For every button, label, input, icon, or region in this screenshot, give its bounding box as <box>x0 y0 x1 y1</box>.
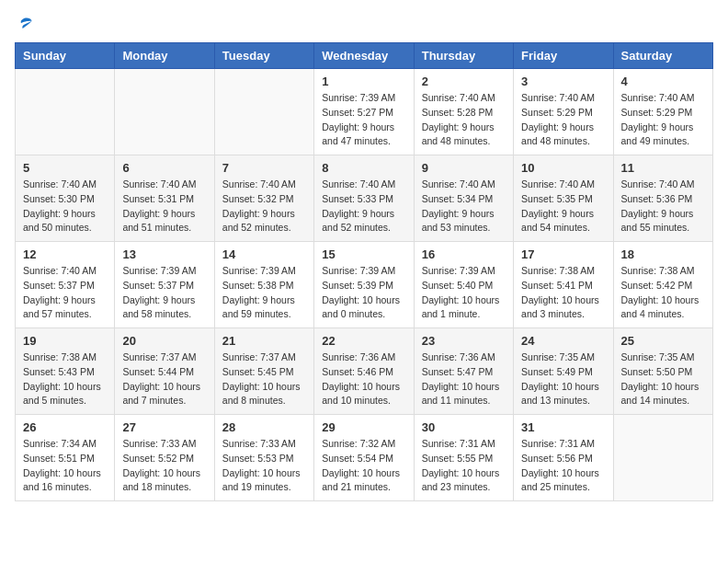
day-info: Sunrise: 7:38 AM Sunset: 5:43 PM Dayligh… <box>23 350 107 408</box>
day-info: Sunrise: 7:37 AM Sunset: 5:45 PM Dayligh… <box>222 350 306 408</box>
day-number: 17 <box>521 247 605 261</box>
day-info: Sunrise: 7:32 AM Sunset: 5:54 PM Dayligh… <box>322 437 405 495</box>
day-info: Sunrise: 7:33 AM Sunset: 5:53 PM Dayligh… <box>222 437 306 495</box>
calendar-day-cell: 13Sunrise: 7:39 AM Sunset: 5:37 PM Dayli… <box>115 242 214 328</box>
day-number: 6 <box>122 161 206 175</box>
day-number: 4 <box>621 75 705 88</box>
calendar-day-cell: 24Sunrise: 7:35 AM Sunset: 5:49 PM Dayli… <box>514 328 613 415</box>
day-info: Sunrise: 7:31 AM Sunset: 5:55 PM Dayligh… <box>422 437 506 495</box>
day-info: Sunrise: 7:38 AM Sunset: 5:42 PM Dayligh… <box>621 264 705 322</box>
day-info: Sunrise: 7:35 AM Sunset: 5:49 PM Dayligh… <box>521 350 605 408</box>
day-number: 26 <box>23 420 107 434</box>
day-number: 25 <box>621 334 705 348</box>
day-info: Sunrise: 7:33 AM Sunset: 5:52 PM Dayligh… <box>122 437 206 495</box>
weekday-header-sunday: Sunday <box>16 43 115 69</box>
calendar-day-cell: 23Sunrise: 7:36 AM Sunset: 5:47 PM Dayli… <box>414 328 513 415</box>
day-info: Sunrise: 7:40 AM Sunset: 5:28 PM Dayligh… <box>422 91 506 149</box>
day-number: 5 <box>23 161 107 175</box>
day-info: Sunrise: 7:39 AM Sunset: 5:27 PM Dayligh… <box>322 91 405 149</box>
day-info: Sunrise: 7:36 AM Sunset: 5:46 PM Dayligh… <box>322 350 405 408</box>
calendar-day-cell: 8Sunrise: 7:40 AM Sunset: 5:33 PM Daylig… <box>314 155 414 242</box>
day-number: 24 <box>521 334 605 348</box>
day-info: Sunrise: 7:40 AM Sunset: 5:31 PM Dayligh… <box>122 178 206 236</box>
day-info: Sunrise: 7:38 AM Sunset: 5:41 PM Dayligh… <box>521 264 605 322</box>
calendar-day-cell: 28Sunrise: 7:33 AM Sunset: 5:53 PM Dayli… <box>214 415 313 501</box>
day-info: Sunrise: 7:39 AM Sunset: 5:37 PM Dayligh… <box>122 264 206 322</box>
day-info: Sunrise: 7:39 AM Sunset: 5:38 PM Dayligh… <box>222 264 306 322</box>
day-number: 16 <box>422 247 506 261</box>
calendar-day-cell: 16Sunrise: 7:39 AM Sunset: 5:40 PM Dayli… <box>414 242 513 328</box>
day-info: Sunrise: 7:40 AM Sunset: 5:33 PM Dayligh… <box>322 178 405 236</box>
day-number: 10 <box>521 161 605 175</box>
calendar-day-cell: 26Sunrise: 7:34 AM Sunset: 5:51 PM Dayli… <box>16 415 115 501</box>
day-info: Sunrise: 7:40 AM Sunset: 5:32 PM Dayligh… <box>222 178 306 236</box>
weekday-header-thursday: Thursday <box>414 43 513 69</box>
day-number: 28 <box>222 420 306 434</box>
weekday-header-wednesday: Wednesday <box>314 43 414 69</box>
calendar-week-row: 26Sunrise: 7:34 AM Sunset: 5:51 PM Dayli… <box>16 415 713 501</box>
day-number: 1 <box>322 75 405 88</box>
calendar-week-row: 12Sunrise: 7:40 AM Sunset: 5:37 PM Dayli… <box>16 242 713 328</box>
empty-cell <box>613 415 712 501</box>
day-number: 31 <box>521 420 605 434</box>
calendar-day-cell: 27Sunrise: 7:33 AM Sunset: 5:52 PM Dayli… <box>115 415 214 501</box>
calendar-day-cell: 25Sunrise: 7:35 AM Sunset: 5:50 PM Dayli… <box>613 328 712 415</box>
calendar-day-cell: 22Sunrise: 7:36 AM Sunset: 5:46 PM Dayli… <box>314 328 414 415</box>
day-number: 14 <box>222 247 306 261</box>
day-number: 23 <box>422 334 506 348</box>
day-number: 11 <box>621 161 705 175</box>
day-number: 21 <box>222 334 306 348</box>
weekday-header-tuesday: Tuesday <box>214 43 313 69</box>
weekday-header-friday: Friday <box>514 43 613 69</box>
day-number: 8 <box>322 161 405 175</box>
weekday-header-monday: Monday <box>115 43 214 69</box>
day-number: 12 <box>23 247 107 261</box>
calendar-day-cell: 11Sunrise: 7:40 AM Sunset: 5:36 PM Dayli… <box>613 155 712 242</box>
calendar-day-cell: 9Sunrise: 7:40 AM Sunset: 5:34 PM Daylig… <box>414 155 513 242</box>
calendar-day-cell: 20Sunrise: 7:37 AM Sunset: 5:44 PM Dayli… <box>115 328 214 415</box>
day-number: 7 <box>222 161 306 175</box>
calendar-day-cell: 4Sunrise: 7:40 AM Sunset: 5:29 PM Daylig… <box>613 69 712 155</box>
calendar-day-cell: 19Sunrise: 7:38 AM Sunset: 5:43 PM Dayli… <box>16 328 115 415</box>
day-info: Sunrise: 7:40 AM Sunset: 5:37 PM Dayligh… <box>23 264 107 322</box>
calendar-day-cell: 17Sunrise: 7:38 AM Sunset: 5:41 PM Dayli… <box>514 242 613 328</box>
day-number: 3 <box>521 75 605 88</box>
day-number: 30 <box>422 420 506 434</box>
day-number: 20 <box>122 334 206 348</box>
day-number: 18 <box>621 247 705 261</box>
page-header <box>15 15 713 33</box>
calendar-day-cell: 1Sunrise: 7:39 AM Sunset: 5:27 PM Daylig… <box>314 69 414 155</box>
calendar-day-cell: 12Sunrise: 7:40 AM Sunset: 5:37 PM Dayli… <box>16 242 115 328</box>
calendar-day-cell: 7Sunrise: 7:40 AM Sunset: 5:32 PM Daylig… <box>214 155 313 242</box>
calendar-day-cell: 14Sunrise: 7:39 AM Sunset: 5:38 PM Dayli… <box>214 242 313 328</box>
day-info: Sunrise: 7:40 AM Sunset: 5:30 PM Dayligh… <box>23 178 107 236</box>
empty-cell <box>115 69 214 155</box>
day-number: 9 <box>422 161 506 175</box>
day-info: Sunrise: 7:40 AM Sunset: 5:35 PM Dayligh… <box>521 178 605 236</box>
calendar-table: SundayMondayTuesdayWednesdayThursdayFrid… <box>15 42 713 501</box>
day-info: Sunrise: 7:40 AM Sunset: 5:29 PM Dayligh… <box>621 91 705 149</box>
logo <box>15 15 35 33</box>
calendar-day-cell: 10Sunrise: 7:40 AM Sunset: 5:35 PM Dayli… <box>514 155 613 242</box>
day-number: 22 <box>322 334 405 348</box>
day-info: Sunrise: 7:36 AM Sunset: 5:47 PM Dayligh… <box>422 350 506 408</box>
day-number: 29 <box>322 420 405 434</box>
empty-cell <box>214 69 313 155</box>
day-info: Sunrise: 7:39 AM Sunset: 5:39 PM Dayligh… <box>322 264 405 322</box>
day-info: Sunrise: 7:37 AM Sunset: 5:44 PM Dayligh… <box>122 350 206 408</box>
day-info: Sunrise: 7:40 AM Sunset: 5:34 PM Dayligh… <box>422 178 506 236</box>
calendar-day-cell: 29Sunrise: 7:32 AM Sunset: 5:54 PM Dayli… <box>314 415 414 501</box>
day-number: 13 <box>122 247 206 261</box>
calendar-day-cell: 30Sunrise: 7:31 AM Sunset: 5:55 PM Dayli… <box>414 415 513 501</box>
day-info: Sunrise: 7:40 AM Sunset: 5:29 PM Dayligh… <box>521 91 605 149</box>
day-info: Sunrise: 7:34 AM Sunset: 5:51 PM Dayligh… <box>23 437 107 495</box>
logo-bird-icon <box>17 15 35 33</box>
calendar-day-cell: 2Sunrise: 7:40 AM Sunset: 5:28 PM Daylig… <box>414 69 513 155</box>
calendar-day-cell: 21Sunrise: 7:37 AM Sunset: 5:45 PM Dayli… <box>214 328 313 415</box>
day-number: 27 <box>122 420 206 434</box>
day-info: Sunrise: 7:35 AM Sunset: 5:50 PM Dayligh… <box>621 350 705 408</box>
calendar-day-cell: 5Sunrise: 7:40 AM Sunset: 5:30 PM Daylig… <box>16 155 115 242</box>
calendar-day-cell: 15Sunrise: 7:39 AM Sunset: 5:39 PM Dayli… <box>314 242 414 328</box>
day-info: Sunrise: 7:31 AM Sunset: 5:56 PM Dayligh… <box>521 437 605 495</box>
calendar-day-cell: 3Sunrise: 7:40 AM Sunset: 5:29 PM Daylig… <box>514 69 613 155</box>
